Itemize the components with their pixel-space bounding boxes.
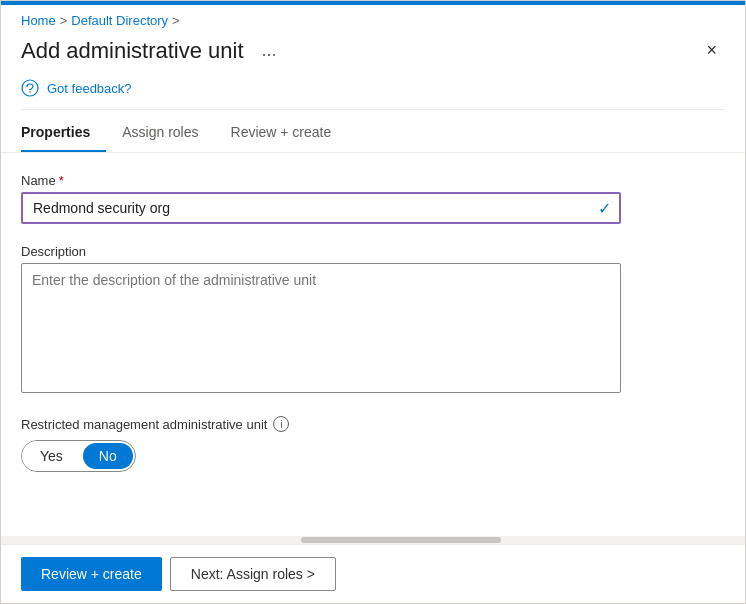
panel-footer: Review + create Next: Assign roles >	[1, 544, 745, 603]
feedback-row: Got feedback?	[1, 75, 745, 109]
toggle-yes[interactable]: Yes	[22, 441, 81, 471]
breadcrumb-directory[interactable]: Default Directory	[71, 13, 168, 28]
panel-content: Name * ✓ Description Restricted manageme…	[1, 153, 745, 536]
name-input[interactable]	[21, 192, 621, 224]
breadcrumb-sep1: >	[60, 13, 68, 28]
close-button[interactable]: ×	[698, 36, 725, 65]
check-icon: ✓	[598, 199, 611, 218]
breadcrumb-home[interactable]: Home	[21, 13, 56, 28]
panel-header: Add administrative unit ... ×	[1, 32, 745, 75]
divider-top	[21, 109, 725, 110]
next-assign-roles-button[interactable]: Next: Assign roles >	[170, 557, 336, 591]
tab-assign-roles[interactable]: Assign roles	[106, 112, 214, 152]
name-input-wrapper: ✓	[21, 192, 621, 224]
toggle-no[interactable]: No	[83, 443, 133, 469]
scrollbar-area	[1, 536, 745, 544]
description-label: Description	[21, 244, 725, 259]
description-input[interactable]	[21, 263, 621, 393]
description-field-group: Description	[21, 244, 725, 396]
name-label: Name *	[21, 173, 725, 188]
ellipsis-button[interactable]: ...	[256, 38, 283, 63]
toggle-label-row: Restricted management administrative uni…	[21, 416, 725, 432]
breadcrumb: Home > Default Directory >	[1, 5, 745, 32]
review-create-button[interactable]: Review + create	[21, 557, 162, 591]
required-star: *	[59, 173, 64, 188]
feedback-text[interactable]: Got feedback?	[47, 81, 132, 96]
panel: Home > Default Directory > Add administr…	[0, 0, 746, 604]
name-field-group: Name * ✓	[21, 173, 725, 224]
svg-point-1	[29, 91, 31, 93]
svg-point-0	[22, 80, 38, 96]
panel-title: Add administrative unit	[21, 38, 244, 64]
tab-review-create[interactable]: Review + create	[215, 112, 348, 152]
scrollbar-thumb[interactable]	[301, 537, 501, 543]
toggle-group: Yes No	[21, 440, 136, 472]
restricted-label: Restricted management administrative uni…	[21, 417, 267, 432]
toggle-section: Restricted management administrative uni…	[21, 416, 725, 472]
tab-properties[interactable]: Properties	[21, 112, 106, 152]
tabs-container: Properties Assign roles Review + create	[1, 112, 745, 153]
breadcrumb-sep2: >	[172, 13, 180, 28]
info-icon[interactable]: i	[273, 416, 289, 432]
feedback-icon	[21, 79, 39, 97]
panel-title-row: Add administrative unit ...	[21, 38, 283, 64]
